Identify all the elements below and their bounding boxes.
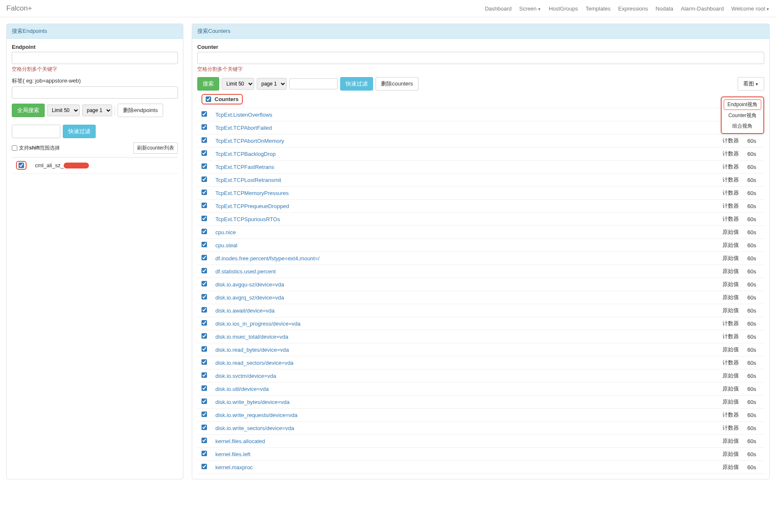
endpoint-input[interactable] <box>12 52 178 64</box>
counter-checkbox[interactable] <box>201 333 207 339</box>
delete-endpoints-button[interactable]: 删除endpoints <box>118 104 163 117</box>
counter-type: 计数器 <box>718 174 743 187</box>
limit-select[interactable]: Limit 50 <box>47 104 80 116</box>
global-search-button[interactable]: 全局搜索 <box>12 104 45 117</box>
counter-checkbox[interactable] <box>201 425 207 430</box>
endpoints-panel-title: 搜索Endpoints <box>7 24 183 39</box>
counter-checkbox[interactable] <box>201 451 207 456</box>
counter-name-link[interactable]: cpu.steal <box>215 242 237 249</box>
nav-templates[interactable]: Templates <box>585 5 610 12</box>
counter-checkbox[interactable] <box>201 398 207 404</box>
counter-type: 原始值 <box>718 239 743 252</box>
nav-welcome[interactable]: Welcome root▼ <box>731 5 770 12</box>
endpoint-help: 空格分割多个关键字 <box>12 66 178 73</box>
counter-checkbox[interactable] <box>201 385 207 391</box>
counter-checkbox[interactable] <box>201 359 207 365</box>
tag-input[interactable] <box>12 86 178 99</box>
view-chart-button[interactable]: 看图▼ <box>738 77 764 91</box>
counter-filter-input[interactable] <box>289 78 338 89</box>
counter-name-link[interactable]: disk.io.avgrq_sz/device=vda <box>215 294 284 301</box>
counter-name-link[interactable]: disk.io.avgqu-sz/device=vda <box>215 281 284 288</box>
nav-screen[interactable]: Screen▼ <box>519 5 541 12</box>
counter-checkbox[interactable] <box>201 242 207 247</box>
counter-checkbox[interactable] <box>201 163 207 169</box>
counter-name-link[interactable]: disk.io.read_sectors/device=vda <box>215 360 293 366</box>
counter-checkbox[interactable] <box>201 229 207 234</box>
counter-name-link[interactable]: kernel.files.left <box>215 451 250 457</box>
counter-checkbox[interactable] <box>201 346 207 352</box>
nav-alarm-dashboard[interactable]: Alarm-Dashboard <box>681 5 724 12</box>
counter-limit-select[interactable]: Limit 50 <box>222 78 254 90</box>
counter-checkbox[interactable] <box>201 216 207 221</box>
counter-name-link[interactable]: TcpExt.TCPFastRetrans <box>215 164 274 170</box>
dropdown-combo-view[interactable]: 组合视角 <box>722 121 763 131</box>
nav-dashboard[interactable]: Dashboard <box>485 5 512 12</box>
counter-type: 原始值 <box>718 343 743 356</box>
counter-checkbox[interactable] <box>201 372 207 378</box>
counter-name-link[interactable]: TcpExt.TCPMemoryPressures <box>215 190 289 196</box>
shift-checkbox[interactable] <box>12 145 17 151</box>
counter-name-link[interactable]: TcpExt.TCPAbortFailed <box>215 125 272 131</box>
counter-checkbox[interactable] <box>201 281 207 286</box>
counter-name-link[interactable]: TcpExt.TCPSpuriousRTOs <box>215 216 280 222</box>
refresh-counters-button[interactable]: 刷新counter列表 <box>133 142 178 154</box>
dropdown-counter-view[interactable]: Counter视角 <box>722 110 763 121</box>
counter-page-select[interactable]: page 1 <box>257 78 287 90</box>
counter-name-link[interactable]: kernel.maxproc <box>215 464 253 471</box>
counter-name-link[interactable]: kernel.files.allocated <box>215 438 265 444</box>
counter-name-link[interactable]: TcpExt.TCPBacklogDrop <box>215 151 276 157</box>
counter-name-link[interactable]: TcpExt.ListenOverflows <box>215 112 272 118</box>
counter-name-link[interactable]: disk.io.ios_in_progress/device=vda <box>215 321 301 327</box>
select-all-counters-checkbox[interactable] <box>206 96 211 102</box>
counter-name-link[interactable]: disk.io.svctm/device=vda <box>215 373 276 379</box>
counter-interval: 60s <box>743 265 764 278</box>
counter-checkbox[interactable] <box>201 294 207 299</box>
fast-filter-button[interactable]: 快速过滤 <box>63 125 96 138</box>
counter-checkbox[interactable] <box>201 150 207 156</box>
filter-input[interactable] <box>12 125 60 138</box>
endpoint-row[interactable]: cml_ali_sz_ <box>12 158 178 174</box>
counter-name-link[interactable]: disk.io.util/device=vda <box>215 386 269 392</box>
counter-checkbox[interactable] <box>201 255 207 260</box>
counter-checkbox[interactable] <box>201 176 207 182</box>
counter-name-link[interactable]: disk.io.msec_total/device=vda <box>215 334 288 340</box>
counters-header-row: Counters <box>197 91 764 108</box>
counter-name-link[interactable]: disk.io.write_requests/device=vda <box>215 412 298 418</box>
counter-name-link[interactable]: TcpExt.TCPPrequeueDropped <box>215 203 289 209</box>
counter-checkbox[interactable] <box>201 124 207 130</box>
counter-checkbox[interactable] <box>201 438 207 443</box>
counter-name-link[interactable]: disk.io.write_sectors/device=vda <box>215 425 294 431</box>
counter-checkbox[interactable] <box>201 190 207 195</box>
counter-checkbox[interactable] <box>201 307 207 313</box>
counter-name-link[interactable]: disk.io.read_bytes/device=vda <box>215 347 289 353</box>
counter-checkbox[interactable] <box>201 137 207 143</box>
dropdown-endpoint-view[interactable]: Endpoint视角 <box>724 100 761 110</box>
shift-select-label[interactable]: 支持shift范围选择 <box>12 144 60 152</box>
counter-checkbox[interactable] <box>201 412 207 417</box>
counter-input[interactable] <box>197 52 764 64</box>
delete-counters-button[interactable]: 删除counters <box>376 77 419 91</box>
counters-header-label: Counters <box>215 96 239 102</box>
counter-row: disk.io.await/device=vda原始值60s <box>197 304 764 317</box>
counter-name-link[interactable]: TcpExt.TCPAbortOnMemory <box>215 138 284 144</box>
counter-name-link[interactable]: TcpExt.TCPLostRetransmit <box>215 177 281 183</box>
counter-name-link[interactable]: disk.io.await/device=vda <box>215 307 275 314</box>
nav-expressions[interactable]: Expressions <box>618 5 648 12</box>
counter-checkbox[interactable] <box>201 320 207 326</box>
page-select[interactable]: page 1 <box>82 104 112 116</box>
search-button[interactable]: 搜索 <box>197 77 219 91</box>
counter-name-link[interactable]: cpu.nice <box>215 229 236 235</box>
counter-checkbox[interactable] <box>201 111 207 117</box>
caret-icon: ▼ <box>537 7 541 11</box>
counter-checkbox[interactable] <box>201 268 207 273</box>
endpoint-checkbox[interactable] <box>19 163 24 168</box>
counter-name-link[interactable]: disk.io.write_bytes/device=vda <box>215 399 290 405</box>
counter-checkbox[interactable] <box>201 203 207 208</box>
nav-hostgroups[interactable]: HostGroups <box>549 5 578 12</box>
counter-name-link[interactable]: df.statistics.used.percent <box>215 268 276 275</box>
counter-checkbox[interactable] <box>201 464 207 469</box>
counter-interval: 60s <box>743 461 764 474</box>
counter-name-link[interactable]: df.inodes.free.percent/fstype=ext4,mount… <box>215 255 320 262</box>
nav-nodata[interactable]: Nodata <box>655 5 673 12</box>
counter-fast-filter-button[interactable]: 快速过滤 <box>340 77 373 91</box>
